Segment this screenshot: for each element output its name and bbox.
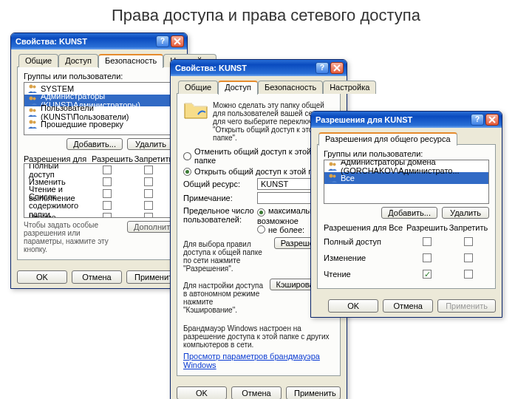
users-list[interactable]: Администраторы домена (GORCHAKOV\Админис… bbox=[324, 160, 489, 204]
groups-label: Группы или пользователи: bbox=[324, 149, 489, 158]
permission-row: Полный доступ bbox=[324, 233, 489, 250]
deny-checkbox[interactable] bbox=[144, 201, 153, 210]
allow-checkbox[interactable] bbox=[103, 177, 112, 186]
page-title: Права доступа и права сетевого доступа bbox=[0, 0, 532, 30]
groups-label: Группы или пользователи: bbox=[24, 72, 174, 81]
perm-header-allow: Разрешить bbox=[92, 154, 133, 163]
cancel-button[interactable]: Отмена bbox=[231, 386, 282, 399]
firewall-note: Брандмауэр Windows настроен на разрешени… bbox=[183, 324, 334, 349]
perm-header-deny: Запретить bbox=[133, 154, 174, 163]
tabs: Разрешения для общего ресурса bbox=[317, 132, 496, 145]
close-button[interactable] bbox=[330, 62, 344, 74]
properties-security-window: Свойства: KUNST ? Общие Доступ Безопасно… bbox=[10, 33, 188, 289]
deny-checkbox[interactable] bbox=[464, 253, 473, 262]
radio-limit-users[interactable] bbox=[257, 225, 265, 233]
deny-checkbox[interactable] bbox=[144, 213, 153, 218]
svg-point-3 bbox=[33, 98, 36, 100]
permission-name: Полный доступ bbox=[324, 237, 406, 246]
svg-point-1 bbox=[33, 86, 36, 89]
perm-header-allow: Разрешить bbox=[406, 223, 448, 232]
user-name: Все bbox=[341, 174, 355, 183]
permissions-hint: Для выбора правил доступа к общей папке … bbox=[183, 240, 270, 273]
svg-point-9 bbox=[333, 163, 336, 166]
tab-customize[interactable]: Настройка bbox=[323, 81, 376, 94]
close-icon bbox=[333, 64, 341, 72]
apply-button[interactable]: Применить bbox=[437, 299, 496, 313]
cancel-button[interactable]: Отмена bbox=[72, 270, 122, 284]
tab-sharing[interactable]: Доступ bbox=[58, 54, 98, 67]
list-item[interactable]: Администраторы домена (GORCHAKOV\Админис… bbox=[324, 160, 488, 172]
allow-checkbox[interactable] bbox=[103, 189, 112, 198]
share-permissions-panel: Группы или пользователи: Администраторы … bbox=[317, 144, 496, 289]
user-name: Администраторы домена (GORCHAKOV\Админис… bbox=[341, 160, 485, 175]
titlebar[interactable]: Свойства: KUNST ? bbox=[11, 33, 187, 50]
radio-max-users[interactable] bbox=[257, 208, 265, 216]
share-name-label: Общий ресурс: bbox=[183, 180, 257, 188]
window-title: Свойства: KUNST bbox=[16, 37, 154, 46]
tab-security[interactable]: Безопасность bbox=[98, 54, 163, 68]
tab-security[interactable]: Безопасность bbox=[258, 81, 323, 94]
allow-checkbox[interactable] bbox=[423, 253, 432, 262]
share-permissions-window: Разрешения для KUNST ? Разрешения для об… bbox=[310, 111, 502, 318]
ok-button[interactable]: OK bbox=[328, 299, 378, 313]
tab-share-permissions[interactable]: Разрешения для общего ресурса bbox=[318, 132, 457, 146]
help-button[interactable]: ? bbox=[316, 62, 329, 74]
firewall-link[interactable]: Просмотр параметров брандмауэра Windows bbox=[183, 352, 334, 369]
permission-name: Чтение bbox=[29, 213, 86, 218]
svg-point-10 bbox=[330, 174, 333, 178]
add-user-button[interactable]: Добавить... bbox=[381, 207, 437, 219]
ok-button[interactable]: OK bbox=[177, 386, 227, 399]
allow-checkbox[interactable] bbox=[103, 166, 112, 174]
permissions-list: Полный доступИзменениеЧтение bbox=[324, 233, 489, 282]
tabs: Общие Доступ Безопасность Настройка bbox=[17, 54, 181, 67]
svg-point-0 bbox=[30, 85, 33, 89]
tab-general[interactable]: Общие bbox=[18, 54, 58, 67]
help-button[interactable]: ? bbox=[471, 114, 484, 126]
close-icon bbox=[488, 116, 496, 123]
cancel-button[interactable]: Отмена bbox=[383, 299, 433, 313]
tab-sharing[interactable]: Доступ bbox=[218, 81, 258, 95]
radio-max-label: максимально возможное bbox=[257, 206, 318, 225]
security-panel: Группы или пользователи: SYSTEMАдминистр… bbox=[17, 66, 181, 260]
deny-checkbox[interactable] bbox=[144, 177, 153, 186]
permission-row: Изменение bbox=[324, 250, 489, 266]
radio-disable-sharing[interactable] bbox=[183, 152, 191, 160]
deny-checkbox[interactable] bbox=[464, 270, 473, 279]
users-list[interactable]: SYSTEMАдминистраторы (KUNST\Администрато… bbox=[24, 82, 174, 135]
user-limit-label: Предельное число пользователей: bbox=[183, 206, 257, 224]
perm-header-deny: Запретить bbox=[448, 223, 489, 232]
radio-limit-label: не более: bbox=[268, 225, 304, 234]
deny-checkbox[interactable] bbox=[144, 166, 153, 174]
radio-enable-sharing[interactable] bbox=[183, 168, 191, 176]
remove-user-button[interactable]: Удалить bbox=[127, 138, 174, 150]
close-button[interactable] bbox=[485, 114, 499, 126]
allow-checkbox[interactable] bbox=[103, 213, 112, 218]
allow-checkbox[interactable] bbox=[423, 237, 432, 246]
svg-point-8 bbox=[330, 163, 333, 166]
permission-name: Изменение bbox=[324, 253, 406, 262]
radio-enable-label: Открыть общий доступ к этой папке bbox=[194, 167, 330, 176]
user-name: Пользователи (KUNST\Пользователи) bbox=[41, 103, 171, 121]
titlebar[interactable]: Свойства: KUNST ? bbox=[171, 60, 347, 76]
allow-checkbox[interactable] bbox=[423, 270, 432, 279]
svg-point-5 bbox=[33, 109, 36, 112]
advanced-button[interactable]: Дополнительно bbox=[127, 221, 174, 233]
permissions-list[interactable]: Полный доступИзменитьЧтение и выполнение… bbox=[24, 163, 174, 218]
add-user-button[interactable]: Добавить... bbox=[66, 138, 123, 150]
perm-header-left: Разрешения для bbox=[24, 154, 92, 163]
svg-point-7 bbox=[33, 121, 36, 124]
window-title: Свойства: KUNST bbox=[175, 64, 314, 72]
svg-point-6 bbox=[30, 120, 33, 124]
deny-checkbox[interactable] bbox=[464, 237, 473, 246]
remove-user-button[interactable]: Удалить bbox=[442, 207, 489, 219]
list-item[interactable]: Пользователи (KUNST\Пользователи) bbox=[24, 106, 174, 118]
permission-row: Чтение bbox=[24, 211, 174, 218]
close-button[interactable] bbox=[171, 35, 184, 47]
deny-checkbox[interactable] bbox=[144, 189, 153, 198]
tab-general[interactable]: Общие bbox=[178, 81, 218, 94]
allow-checkbox[interactable] bbox=[103, 201, 112, 210]
help-button[interactable]: ? bbox=[156, 35, 169, 47]
titlebar[interactable]: Разрешения для KUNST ? bbox=[311, 112, 502, 128]
apply-button[interactable]: Применить bbox=[286, 386, 341, 399]
ok-button[interactable]: OK bbox=[17, 270, 67, 284]
